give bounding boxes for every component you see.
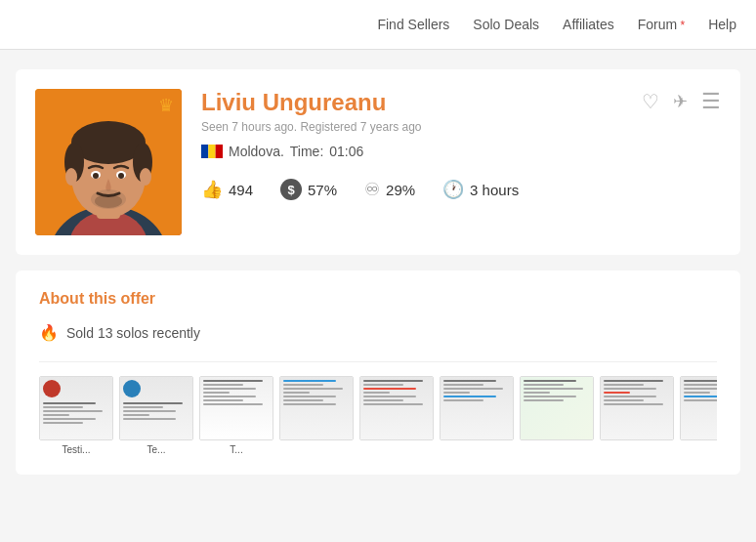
nav-find-sellers[interactable]: Find Sellers [377, 17, 449, 32]
stat-dollar: $ 57% [280, 179, 337, 200]
list-item[interactable] [600, 376, 674, 455]
sold-solos-text: Sold 13 solos recently [66, 325, 200, 341]
profile-actions: ♡ ✈ ☰ [642, 89, 721, 114]
sold-solos: 🔥 Sold 13 solos recently [39, 323, 717, 342]
offer-section: About this offer 🔥 Sold 13 solos recentl… [16, 271, 740, 475]
thumbnail-label: Testi... [39, 444, 113, 455]
country-name: Moldova. [229, 144, 284, 159]
recycle-icon: ♾ [364, 179, 380, 200]
svg-point-14 [65, 168, 77, 186]
svg-point-11 [118, 173, 124, 179]
thumbnail-image [359, 376, 434, 440]
dollar-icon: $ [280, 179, 302, 200]
profile-country: Moldova. Time: 01:06 [201, 144, 721, 159]
stat-dollar-value: 57% [308, 182, 337, 198]
thumbnail-image [119, 376, 193, 440]
thumbnail-image [680, 376, 717, 440]
thumbnail-image [440, 376, 514, 440]
list-item[interactable] [680, 376, 717, 455]
nav-links: Find Sellers Solo Deals Affiliates Forum… [377, 17, 736, 32]
thumbnail-image [520, 376, 594, 440]
clock-icon: 🕐 [442, 179, 464, 200]
list-item[interactable] [359, 376, 434, 455]
favorite-icon[interactable]: ♡ [642, 90, 659, 113]
thumbnail-label: T... [199, 444, 273, 455]
svg-point-13 [95, 194, 122, 208]
thumbnail-image [199, 376, 273, 440]
svg-point-15 [140, 168, 151, 186]
svg-point-10 [93, 173, 99, 179]
profile-section: ♛ Liviu Ungureanu Seen 7 hours ago. Regi… [16, 69, 740, 255]
header: Find Sellers Solo Deals Affiliates Forum… [0, 0, 756, 50]
nav-affiliates[interactable]: Affiliates [563, 17, 614, 32]
crown-badge: ♛ [158, 95, 174, 116]
svg-rect-18 [216, 145, 223, 158]
thumbnail-image [600, 376, 674, 440]
time-value: 01:06 [329, 144, 363, 159]
stat-likes-value: 494 [229, 182, 253, 198]
thumbnail-label: Te... [119, 444, 193, 455]
profile-stats: 👍 494 $ 57% ♾ 29% 🕐 3 hours [201, 179, 721, 200]
time-label: Time: [290, 144, 323, 159]
stat-clock-value: 3 hours [470, 182, 519, 198]
stat-likes: 👍 494 [201, 179, 253, 200]
nav-solo-deals[interactable]: Solo Deals [473, 17, 539, 32]
svg-rect-16 [201, 145, 208, 158]
send-message-icon[interactable]: ✈ [673, 91, 688, 112]
list-item[interactable]: T... [199, 376, 273, 455]
flag-moldova [201, 145, 223, 158]
more-options-icon[interactable]: ☰ [701, 89, 721, 114]
stat-recycle: ♾ 29% [364, 179, 415, 200]
stat-clock: 🕐 3 hours [442, 179, 519, 200]
thumbs-up-icon: 👍 [201, 179, 223, 200]
list-item[interactable] [279, 376, 354, 455]
nav-forum[interactable]: Forum * [638, 17, 685, 32]
main-content: ♛ Liviu Ungureanu Seen 7 hours ago. Regi… [0, 50, 756, 494]
profile-seen: Seen 7 hours ago. Registered 7 years ago [201, 120, 721, 134]
avatar-wrap: ♛ [35, 89, 182, 235]
nav-help[interactable]: Help [708, 17, 736, 32]
stat-recycle-value: 29% [386, 182, 415, 198]
thumbnail-image [279, 376, 354, 440]
fire-icon: 🔥 [39, 323, 59, 342]
thumbnails-row: Testi... Te... [39, 361, 717, 455]
offer-title: About this offer [39, 290, 717, 308]
list-item[interactable] [520, 376, 594, 455]
list-item[interactable]: Testi... [39, 376, 113, 455]
forum-asterisk: * [677, 19, 685, 32]
thumbnail-image [39, 376, 113, 440]
list-item[interactable]: Te... [119, 376, 193, 455]
list-item[interactable] [440, 376, 514, 455]
svg-point-19 [209, 148, 215, 154]
